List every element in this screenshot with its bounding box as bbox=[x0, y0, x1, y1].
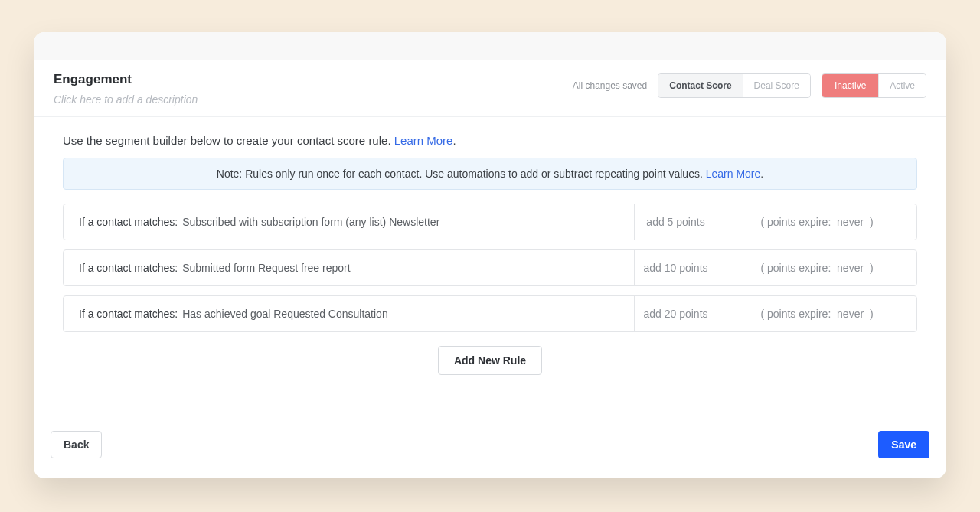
match-condition: Has achieved goal Requested Consultation bbox=[182, 308, 388, 320]
match-label: If a contact matches: bbox=[79, 216, 178, 228]
match-label: If a contact matches: bbox=[79, 308, 178, 320]
rule-points: add 10 points bbox=[635, 250, 717, 285]
rule-match: If a contact matches: Submitted form Req… bbox=[64, 250, 635, 285]
rule-expire: ( points expire: never ) bbox=[717, 296, 916, 331]
header-left: Engagement Click here to add a descripti… bbox=[54, 72, 198, 106]
description-placeholder[interactable]: Click here to add a description bbox=[54, 93, 198, 106]
intro-body: Use the segment builder below to create … bbox=[63, 134, 394, 147]
note-learn-more-link[interactable]: Learn More bbox=[706, 168, 761, 180]
rule-row[interactable]: If a contact matches: Submitted form Req… bbox=[63, 249, 917, 286]
content: Use the segment builder below to create … bbox=[34, 117, 946, 420]
note-box: Note: Rules only run once for each conta… bbox=[63, 158, 917, 190]
match-label: If a contact matches: bbox=[79, 262, 178, 274]
rule-match: If a contact matches: Subscribed with su… bbox=[64, 204, 635, 240]
save-button[interactable]: Save bbox=[878, 431, 929, 458]
add-rule-button[interactable]: Add New Rule bbox=[438, 346, 542, 375]
rule-points: add 20 points bbox=[635, 296, 717, 331]
footer: Back Save bbox=[34, 420, 946, 478]
save-status: All changes saved bbox=[573, 80, 647, 91]
scoring-window: Engagement Click here to add a descripti… bbox=[34, 32, 946, 478]
score-type-tabs: Contact Score Deal Score bbox=[658, 73, 811, 98]
state-tabs: Inactive Active bbox=[822, 73, 926, 98]
intro-learn-more-link[interactable]: Learn More bbox=[394, 134, 453, 147]
header: Engagement Click here to add a descripti… bbox=[34, 60, 946, 117]
add-rule-wrap: Add New Rule bbox=[63, 346, 917, 375]
window-top-strip bbox=[34, 32, 946, 60]
rule-expire: ( points expire: never ) bbox=[717, 204, 916, 240]
back-button[interactable]: Back bbox=[51, 431, 102, 458]
rule-match: If a contact matches: Has achieved goal … bbox=[64, 296, 635, 331]
note-body: Note: Rules only run once for each conta… bbox=[217, 168, 706, 180]
rules-list: If a contact matches: Subscribed with su… bbox=[63, 204, 917, 332]
header-right: All changes saved Contact Score Deal Sco… bbox=[573, 72, 926, 98]
tab-contact-score[interactable]: Contact Score bbox=[658, 74, 742, 97]
rule-row[interactable]: If a contact matches: Has achieved goal … bbox=[63, 295, 917, 332]
tab-inactive[interactable]: Inactive bbox=[822, 74, 878, 97]
rule-points: add 5 points bbox=[635, 204, 717, 240]
tab-active[interactable]: Active bbox=[878, 74, 926, 97]
match-condition: Subscribed with subscription form (any l… bbox=[182, 216, 439, 228]
intro-text: Use the segment builder below to create … bbox=[63, 134, 917, 147]
match-condition: Submitted form Request free report bbox=[182, 262, 350, 274]
rule-row[interactable]: If a contact matches: Subscribed with su… bbox=[63, 204, 917, 240]
page-title[interactable]: Engagement bbox=[54, 72, 198, 87]
tab-deal-score[interactable]: Deal Score bbox=[743, 74, 810, 97]
rule-expire: ( points expire: never ) bbox=[717, 250, 916, 285]
